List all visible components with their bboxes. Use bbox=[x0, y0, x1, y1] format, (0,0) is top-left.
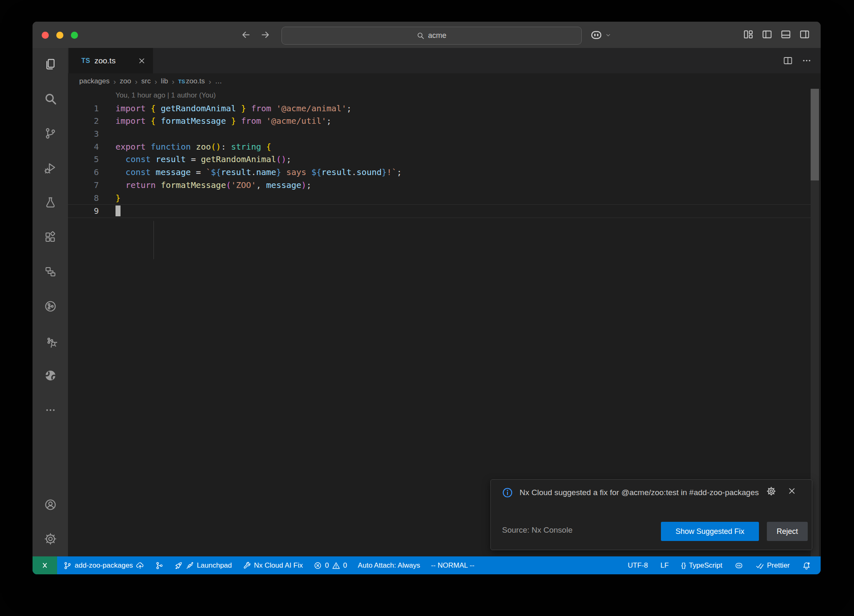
status-bar: add-zoo-packagesLaunchpadNx Cloud AI Fix… bbox=[33, 556, 821, 574]
navigate-forward-icon[interactable] bbox=[261, 30, 270, 40]
plug-icon bbox=[186, 561, 194, 570]
customize-layout-icon[interactable] bbox=[743, 29, 754, 40]
copilot-icon bbox=[735, 561, 743, 570]
source-control-icon[interactable] bbox=[44, 127, 57, 140]
show-suggested-fix-button[interactable]: Show Suggested Fix bbox=[661, 522, 759, 541]
info-icon bbox=[502, 487, 513, 498]
code-editor[interactable]: You, 1 hour ago | 1 author (You)1import … bbox=[68, 89, 811, 218]
editor-cursor bbox=[116, 205, 121, 216]
code-line-5: 5 const result = getRandomAnimal(); bbox=[68, 153, 811, 166]
notification-settings-icon[interactable] bbox=[766, 486, 776, 496]
statusbar-auto-attach-label: Auto Attach: Always bbox=[358, 561, 420, 570]
chevron-down-icon bbox=[605, 32, 611, 38]
warning-icon bbox=[332, 561, 340, 570]
statusbar-language-label: {} bbox=[681, 561, 686, 570]
breadcrumb-item--[interactable]: … bbox=[215, 77, 222, 85]
editor-more-actions-icon[interactable] bbox=[802, 56, 811, 65]
zoom-window-button[interactable] bbox=[71, 32, 78, 39]
toggle-sidebar-icon[interactable] bbox=[762, 29, 772, 40]
minimize-window-button[interactable] bbox=[56, 32, 63, 39]
chevron-right-icon: › bbox=[135, 78, 138, 85]
line-number: 4 bbox=[68, 140, 99, 153]
copilot-menu[interactable] bbox=[590, 29, 611, 41]
indent-guide bbox=[153, 221, 154, 259]
typescript-file-icon: TS bbox=[178, 78, 185, 85]
copilot-icon bbox=[590, 29, 603, 41]
testing-icon[interactable] bbox=[44, 196, 57, 209]
scrollbar-thumb[interactable] bbox=[811, 89, 819, 180]
line-number: 5 bbox=[68, 153, 99, 166]
extensions-icon[interactable] bbox=[44, 230, 57, 244]
statusbar-nx-cloud-ai-fix[interactable]: Nx Cloud AI Fix bbox=[243, 561, 303, 570]
cloud-upload-icon bbox=[136, 561, 144, 570]
chevron-right-icon: › bbox=[113, 78, 116, 85]
git-branch-icon bbox=[63, 561, 72, 570]
settings-icon[interactable] bbox=[44, 532, 57, 546]
window-controls bbox=[42, 32, 78, 39]
notification-source: Source: Nx Console bbox=[502, 526, 573, 535]
statusbar-launchpad-label: Launchpad bbox=[197, 561, 232, 570]
statusbar-auto-attach[interactable]: Auto Attach: Always bbox=[358, 561, 420, 570]
statusbar-git-branch-label: add-zoo-packages bbox=[75, 561, 133, 570]
run-debug-icon[interactable] bbox=[44, 161, 57, 175]
statusbar-problems[interactable]: 00 bbox=[314, 561, 347, 570]
breadcrumb-item-packages[interactable]: packages bbox=[79, 77, 110, 85]
statusbar-language[interactable]: {}TypeScript bbox=[681, 561, 723, 570]
notification-close-icon[interactable] bbox=[788, 487, 796, 495]
activity-bar bbox=[33, 48, 68, 556]
tab-zoo-ts[interactable]: TS zoo.ts bbox=[69, 48, 153, 73]
remote-indicator[interactable] bbox=[33, 556, 57, 574]
project-structure-icon[interactable] bbox=[44, 265, 57, 278]
toggle-panel-icon[interactable] bbox=[781, 29, 791, 40]
code-line-3: 3 bbox=[68, 128, 811, 140]
statusbar-encoding[interactable]: UTF-8 bbox=[628, 561, 648, 570]
nx-console-icon[interactable] bbox=[44, 300, 57, 313]
statusbar-git-branch[interactable]: add-zoo-packages bbox=[63, 561, 144, 570]
search-value: acme bbox=[428, 31, 446, 40]
statusbar-notifications[interactable] bbox=[802, 561, 811, 570]
navigate-back-icon[interactable] bbox=[241, 30, 251, 40]
breadcrumb-item-lib[interactable]: lib bbox=[161, 77, 168, 85]
account-icon[interactable] bbox=[44, 498, 57, 511]
search-icon bbox=[417, 32, 424, 40]
split-editor-icon[interactable] bbox=[783, 56, 793, 65]
statusbar-source-control-graph[interactable] bbox=[155, 561, 163, 570]
explorer-icon[interactable] bbox=[44, 58, 57, 71]
titlebar: acme bbox=[33, 22, 821, 48]
line-number: 8 bbox=[68, 192, 99, 205]
code-line-8: 8} bbox=[68, 192, 811, 205]
breadcrumb-item-src[interactable]: src bbox=[141, 77, 151, 85]
close-window-button[interactable] bbox=[42, 32, 49, 39]
statusbar-copilot[interactable] bbox=[735, 561, 743, 570]
rocket-icon bbox=[174, 561, 183, 570]
close-tab-icon[interactable] bbox=[138, 57, 146, 65]
line-number: 1 bbox=[68, 102, 99, 115]
statusbar-prettier[interactable]: Prettier bbox=[756, 561, 790, 570]
error-icon bbox=[314, 561, 322, 570]
statusbar-launchpad[interactable]: Launchpad bbox=[174, 561, 232, 570]
line-number: 7 bbox=[68, 179, 99, 192]
command-center-search[interactable]: acme bbox=[281, 27, 582, 45]
nx-cloud-icon[interactable] bbox=[44, 334, 57, 348]
tab-label: zoo.ts bbox=[94, 56, 116, 65]
search-icon[interactable] bbox=[44, 92, 57, 105]
statusbar-problems-label: 0 bbox=[325, 561, 329, 570]
toggle-secondary-sidebar-icon[interactable] bbox=[799, 29, 810, 40]
code-line-1: 1import { getRandomAnimal } from '@acme/… bbox=[68, 102, 811, 115]
chevron-right-icon: › bbox=[208, 78, 211, 85]
reject-button[interactable]: Reject bbox=[767, 522, 808, 541]
code-line-7: 7 return formatMessage('ZOO', message); bbox=[68, 179, 811, 192]
git-graph-icon bbox=[155, 561, 163, 570]
statusbar-prettier-label: Prettier bbox=[767, 561, 790, 570]
code-line-9: 9 bbox=[68, 204, 811, 218]
line-number: 3 bbox=[68, 128, 99, 140]
statusbar-eol-label: LF bbox=[661, 561, 669, 570]
breadcrumb-item-zoo[interactable]: zoo bbox=[120, 77, 131, 85]
statusbar-eol[interactable]: LF bbox=[661, 561, 669, 570]
breadcrumb-item-zoo-ts[interactable]: TSzoo.ts bbox=[178, 77, 205, 85]
line-number: 6 bbox=[68, 166, 99, 179]
remote-icon bbox=[40, 561, 49, 570]
statusbar-vim-mode[interactable]: -- NORMAL -- bbox=[431, 561, 474, 570]
console-ninja-icon[interactable] bbox=[44, 369, 57, 382]
more-icon[interactable] bbox=[44, 403, 57, 417]
